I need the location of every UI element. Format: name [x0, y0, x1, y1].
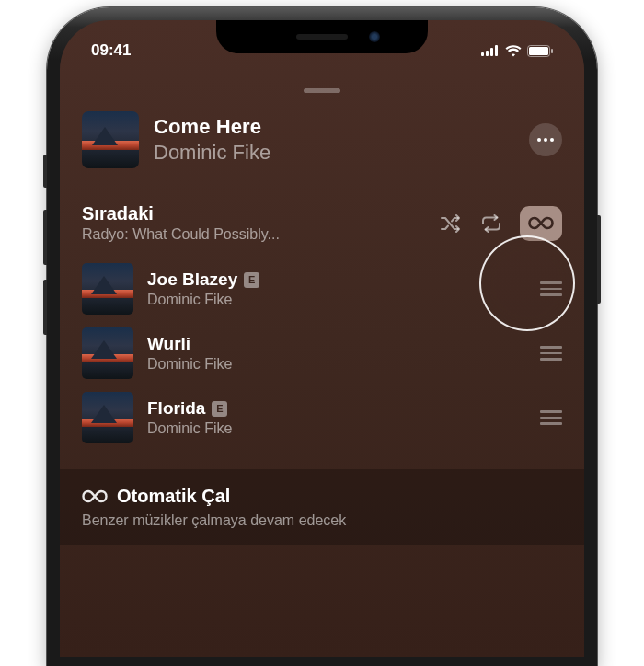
queue-item-album-art: [82, 263, 133, 315]
cellular-signal-icon: [481, 45, 500, 56]
screen: 09:41 Come Here Dominic Fike: [60, 20, 584, 657]
svg-rect-2: [490, 48, 493, 56]
explicit-badge: E: [244, 272, 259, 288]
svg-rect-5: [529, 47, 548, 55]
autoplay-toggle-button[interactable]: [520, 206, 562, 241]
reorder-handle[interactable]: [540, 339, 562, 368]
queue-item-artist: Dominic Fike: [147, 356, 526, 373]
queue-item-artist: Dominic Fike: [147, 292, 526, 308]
sheet-grabber[interactable]: [304, 88, 340, 93]
speaker-grille: [296, 34, 348, 40]
now-playing-title: Come Here: [154, 115, 514, 139]
mute-switch: [43, 155, 47, 188]
queue-title: Sıradaki: [82, 203, 439, 224]
explicit-badge: E: [212, 401, 227, 417]
shuffle-icon: [440, 214, 462, 233]
now-playing-artist: Dominic Fike: [154, 141, 514, 165]
autoplay-section: Otomatik Çal Benzer müzikler çalmaya dev…: [60, 469, 584, 545]
repeat-icon: [480, 214, 502, 233]
svg-rect-0: [481, 52, 484, 56]
queue-list: Joe Blazey E Dominic Fike Wurli Dominic …: [82, 263, 562, 443]
queue-item-title: Wurli: [147, 334, 190, 354]
queue-item[interactable]: Joe Blazey E Dominic Fike: [82, 263, 562, 315]
now-playing-row[interactable]: Come Here Dominic Fike: [82, 111, 562, 168]
reorder-handle[interactable]: [540, 403, 562, 432]
queue-item-artist: Dominic Fike: [147, 420, 526, 437]
repeat-button[interactable]: [479, 212, 503, 235]
front-camera: [369, 31, 380, 42]
svg-rect-6: [551, 49, 553, 53]
queue-item-album-art: [82, 392, 133, 443]
infinity-icon: [528, 216, 554, 230]
phone-frame: 09:41 Come Here Dominic Fike: [47, 7, 597, 666]
wifi-icon: [505, 45, 522, 57]
shuffle-button[interactable]: [439, 212, 463, 235]
autoplay-title: Otomatik Çal: [117, 486, 230, 507]
queue-item[interactable]: Wurli Dominic Fike: [82, 327, 562, 379]
now-playing-album-art: [82, 111, 139, 168]
side-button: [597, 215, 601, 304]
more-options-button[interactable]: [529, 123, 562, 156]
volume-up-button: [43, 210, 47, 265]
queue-header: Sıradaki Radyo: What Could Possibly...: [82, 203, 562, 243]
notch: [216, 20, 428, 53]
status-time: 09:41: [91, 41, 131, 60]
reorder-handle[interactable]: [540, 274, 562, 304]
volume-down-button: [43, 280, 47, 335]
autoplay-description: Benzer müzikler çalmaya devam edecek: [82, 512, 562, 529]
battery-icon: [527, 45, 553, 57]
queue-item[interactable]: Florida E Dominic Fike: [82, 392, 562, 443]
queue-subtitle: Radyo: What Could Possibly...: [82, 226, 439, 243]
svg-rect-3: [495, 45, 498, 56]
queue-item-album-art: [82, 327, 133, 379]
infinity-icon: [82, 489, 108, 503]
queue-item-title: Florida: [147, 398, 205, 419]
queue-item-title: Joe Blazey: [147, 270, 237, 290]
svg-rect-1: [486, 51, 489, 56]
